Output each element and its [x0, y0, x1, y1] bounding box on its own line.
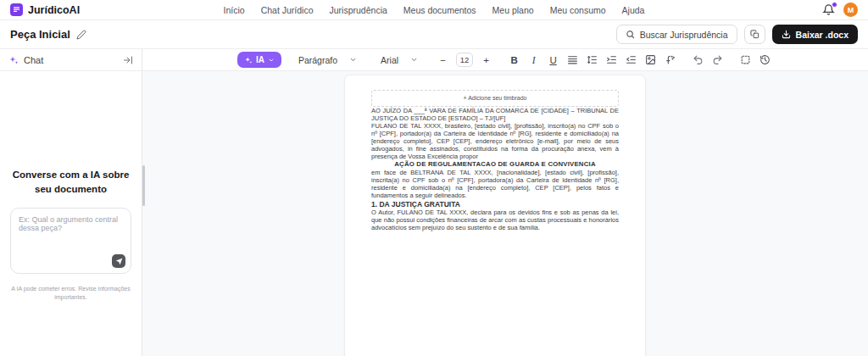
- indent-decrease-icon: [626, 54, 637, 65]
- header-actions: Buscar Jurisprudência Baixar .docx: [616, 25, 858, 44]
- italic-icon: I: [532, 55, 536, 65]
- nav-item-inicio[interactable]: Início: [224, 5, 245, 15]
- footnote-button[interactable]: [662, 52, 678, 68]
- pencil-icon: [76, 30, 86, 40]
- paragraph-style-value: Parágrafo: [298, 55, 337, 65]
- italic-button[interactable]: I: [526, 52, 542, 68]
- align-button[interactable]: [565, 52, 581, 68]
- select-all-icon: [740, 54, 751, 65]
- font-family-value: Arial: [381, 55, 398, 65]
- redo-button[interactable]: [709, 52, 726, 68]
- editor-main: IA Parágrafo Arial − 12 +: [142, 49, 868, 356]
- editor-toolbar: IA Parágrafo Arial − 12 +: [142, 49, 868, 71]
- download-icon: [782, 30, 791, 39]
- collapse-sidebar-button[interactable]: [123, 55, 133, 65]
- underline-icon: U: [549, 55, 556, 65]
- image-icon: [645, 54, 656, 65]
- chat-input[interactable]: [11, 209, 131, 254]
- nav-item-meu-plano[interactable]: Meu plano: [492, 5, 534, 15]
- decrease-font-size-button[interactable]: −: [435, 52, 451, 68]
- nav-item-chat-juridico[interactable]: Chat Jurídico: [261, 5, 314, 15]
- action-title: AÇÃO DE REGULAMENTACAO DE GUARDA E CONVI…: [371, 160, 619, 169]
- chat-sidebar-body: Converse com a IA sobre seu documento A …: [0, 71, 142, 356]
- top-nav-right: M: [822, 3, 858, 17]
- sparkles-icon: [244, 56, 253, 64]
- notification-badge: [832, 2, 837, 8]
- history-icon: [760, 54, 771, 65]
- increase-font-size-button[interactable]: +: [478, 52, 494, 68]
- paragraph-style-select[interactable]: Parágrafo: [292, 52, 364, 69]
- search-jurisprudence-button[interactable]: Buscar Jurisprudência: [616, 25, 737, 44]
- underline-button[interactable]: U: [545, 52, 561, 68]
- page-title: Peça Inicial: [10, 28, 70, 41]
- defendant-paragraph: em face de BELTRANA DE TAL XXXX, [nacion…: [371, 169, 619, 200]
- download-docx-button[interactable]: Baixar .docx: [772, 25, 858, 44]
- workspace: Chat Converse com a IA sobre seu documen…: [0, 49, 868, 356]
- editor-canvas[interactable]: + Adicione seu timbrado AO JUÍZO DA ___ª…: [142, 71, 868, 356]
- chat-input-container: [10, 208, 131, 274]
- line-spacing-icon: [587, 54, 598, 65]
- nav-item-jurisprudencia[interactable]: Jurisprudência: [330, 5, 387, 15]
- section-paragraph-justica-gratuita: O Autor, FULANO DE TAL XXXX, declara par…: [371, 209, 619, 231]
- copy-document-button[interactable]: [744, 25, 765, 44]
- collapse-panel-icon: [123, 55, 133, 65]
- scrollbar-thumb[interactable]: [142, 165, 145, 206]
- notifications-button[interactable]: [822, 3, 835, 16]
- top-navbar: JurídicoAI Início Chat Jurídico Jurispru…: [0, 0, 868, 20]
- font-family-select[interactable]: Arial: [374, 52, 425, 69]
- copy-icon: [750, 30, 760, 39]
- paper-plane-icon: [115, 258, 123, 265]
- footnote-icon: [665, 54, 676, 65]
- court-heading: AO JUÍZO DA ___ª VARA DE FAMÍLIA DA COMA…: [371, 107, 619, 122]
- top-nav-links: Início Chat Jurídico Jurisprudência Meus…: [224, 5, 645, 15]
- document-header: Peça Inicial Buscar Jurisprudência: [0, 20, 868, 49]
- minus-icon: −: [440, 55, 446, 65]
- history-button[interactable]: [757, 52, 773, 68]
- ai-disclaimer: A IA pode cometer erros. Revise informaç…: [10, 285, 131, 302]
- plus-icon: +: [483, 55, 489, 65]
- indent-increase-icon: [606, 54, 617, 65]
- indent-button[interactable]: [604, 52, 620, 68]
- nav-item-ajuda[interactable]: Ajuda: [622, 5, 645, 15]
- chat-sidebar-header: Chat: [0, 49, 142, 71]
- ai-menu-button[interactable]: IA: [237, 52, 281, 68]
- ai-button-label: IA: [256, 55, 264, 64]
- search-icon: [626, 30, 635, 39]
- bold-icon: B: [510, 55, 517, 65]
- select-all-button[interactable]: [737, 52, 754, 68]
- chat-heading: Converse com a IA sobre seu documento: [10, 168, 131, 196]
- chat-panel-title: Chat: [24, 55, 43, 65]
- document-page[interactable]: + Adicione seu timbrado AO JUÍZO DA ___ª…: [344, 75, 646, 356]
- align-justify-icon: [567, 54, 578, 65]
- app-window: JurídicoAI Início Chat Jurídico Jurispru…: [0, 0, 868, 356]
- search-jurisprudence-label: Buscar Jurisprudência: [640, 30, 728, 40]
- nav-item-meu-consumo[interactable]: Meu consumo: [550, 5, 606, 15]
- redo-icon: [712, 54, 723, 65]
- chevron-down-icon: [349, 56, 357, 64]
- download-docx-label: Baixar .docx: [796, 30, 849, 40]
- line-spacing-button[interactable]: [584, 52, 600, 68]
- undo-button[interactable]: [690, 52, 706, 68]
- chat-sidebar: Chat Converse com a IA sobre seu documen…: [0, 49, 142, 356]
- sparkles-icon: [8, 55, 19, 65]
- outdent-button[interactable]: [623, 52, 639, 68]
- bold-button[interactable]: B: [506, 52, 522, 68]
- logo-icon: [10, 3, 23, 16]
- font-size-value[interactable]: 12: [456, 53, 473, 67]
- chevron-down-icon: [410, 56, 418, 64]
- section-heading-justica-gratuita: 1. DA JUSTIÇA GRATUITA: [371, 200, 619, 209]
- undo-icon: [693, 54, 704, 65]
- send-message-button[interactable]: [112, 254, 125, 268]
- brand-name: JurídicoAI: [28, 4, 80, 16]
- author-paragraph: FULANO DE TAL XXXX, brasileiro, [estado …: [371, 122, 619, 161]
- edit-title-button[interactable]: [76, 30, 86, 40]
- document-body[interactable]: AO JUÍZO DA ___ª VARA DE FAMÍLIA DA COMA…: [371, 107, 619, 232]
- avatar[interactable]: M: [843, 3, 858, 17]
- add-letterhead-button[interactable]: + Adicione seu timbrado: [371, 90, 619, 107]
- nav-item-meus-documentos[interactable]: Meus documentos: [403, 5, 476, 15]
- insert-image-button[interactable]: [643, 52, 659, 68]
- chevron-down-icon: [268, 57, 275, 64]
- brand[interactable]: JurídicoAI: [10, 3, 80, 16]
